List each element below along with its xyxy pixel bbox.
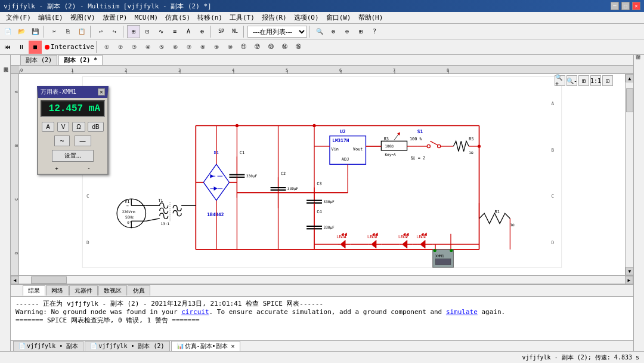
cut-button[interactable]: ✂: [48, 25, 61, 38]
undo-button[interactable]: ↩: [94, 25, 107, 38]
menu-simulate[interactable]: 仿真(S): [162, 12, 194, 23]
instrument-12[interactable]: ⑫: [251, 41, 264, 54]
svg-text:0°: 0°: [127, 220, 131, 224]
in-use-dropdown[interactable]: ---在用列表---: [247, 26, 307, 38]
svg-point-164: [434, 249, 436, 252]
mm-ac-button[interactable]: ~: [54, 136, 69, 146]
zoom-fit-tb-button[interactable]: ⊞: [354, 25, 367, 38]
hscroll-thumb[interactable]: [31, 276, 67, 284]
menu-view[interactable]: 视图(V): [67, 12, 99, 23]
zoom-in-button[interactable]: 🔍+: [555, 75, 565, 86]
horizontal-scrollbar[interactable]: ◀ ▶: [11, 275, 633, 284]
spice-button[interactable]: SP: [215, 25, 228, 38]
footer-tab-2[interactable]: 📄 vjfjfylk • 副本 (2): [85, 341, 169, 352]
menu-edit[interactable]: 编辑(E): [35, 12, 67, 23]
instrument-13[interactable]: ⑬: [265, 41, 278, 54]
bottom-tab-results[interactable]: 结果: [23, 285, 45, 296]
scroll-thumb[interactable]: [626, 88, 633, 112]
vertical-scrollbar[interactable]: ▲ ▼: [625, 74, 633, 275]
component-button[interactable]: ⊡: [141, 25, 154, 38]
instrument-7[interactable]: ⑦: [182, 41, 196, 54]
scroll-left-button[interactable]: ◀: [11, 276, 19, 284]
stop-button[interactable]: ■: [29, 41, 42, 54]
svg-text:220Vrm: 220Vrm: [122, 210, 135, 214]
zoom-fit-button[interactable]: ⊞: [578, 75, 589, 86]
instrument-2[interactable]: ②: [114, 41, 127, 54]
menu-reports[interactable]: 报告(R): [258, 12, 290, 23]
bottom-tab-dataview[interactable]: 数视区: [98, 285, 127, 296]
copy-button[interactable]: ⎘: [61, 25, 75, 38]
svg-text:1Ω: 1Ω: [510, 223, 515, 227]
scroll-down-button[interactable]: ▼: [626, 267, 633, 275]
menu-mcu[interactable]: MCU(M): [131, 13, 162, 23]
footer-icon-2: 📄: [90, 343, 97, 349]
scroll-up-button[interactable]: ▲: [626, 74, 633, 82]
mm-setup-button[interactable]: 设置...: [52, 150, 94, 162]
zoom-100-button[interactable]: 1:1: [590, 75, 601, 86]
instrument-3[interactable]: ③: [128, 41, 141, 54]
instrument-5[interactable]: ⑤: [155, 41, 168, 54]
redo-button[interactable]: ↪: [108, 25, 121, 38]
instrument-10[interactable]: ⑩: [224, 41, 237, 54]
svg-text:C4: C4: [317, 210, 321, 214]
bottom-panel: 结果 网络 元器件 数视区 仿真 ------ 正在为 vjfjfylk - 副…: [11, 284, 633, 340]
bottom-tab-simulate[interactable]: 仿真: [128, 285, 150, 296]
menu-options[interactable]: 选项(O): [290, 12, 323, 23]
simulate-link[interactable]: simulate: [446, 308, 478, 316]
mm-ohm-button[interactable]: Ω: [72, 122, 85, 132]
run-button[interactable]: ⏮: [1, 41, 14, 54]
multimeter-close-button[interactable]: ✕: [98, 88, 105, 96]
bus-button[interactable]: ≡: [168, 25, 181, 38]
menu-place[interactable]: 放置(P): [99, 12, 131, 23]
instrument-6[interactable]: ⑥: [169, 41, 182, 54]
bottom-tab-components[interactable]: 元器件: [69, 285, 98, 296]
save-button[interactable]: 💾: [29, 25, 42, 38]
paste-button[interactable]: 📋: [75, 25, 88, 38]
menu-file[interactable]: 文件(F): [2, 12, 35, 23]
circuit-canvas[interactable]: 万用表-XMM1 ✕ 12.457 mA A V Ω dB: [19, 74, 625, 275]
instrument-8[interactable]: ⑧: [196, 41, 209, 54]
junction-button[interactable]: ⊕: [196, 25, 209, 38]
zoom-extra[interactable]: ⊡: [602, 75, 613, 86]
search-button[interactable]: 🔍: [313, 25, 326, 38]
toggle-button[interactable]: ⊞: [127, 25, 140, 38]
menu-help[interactable]: 帮助(H): [355, 12, 387, 23]
instrument-9[interactable]: ⑨: [210, 41, 223, 54]
tab-schematic-2-active[interactable]: 副本 (2) *: [58, 55, 103, 65]
instrument-14[interactable]: ⑭: [278, 41, 292, 54]
open-button[interactable]: 📂: [15, 25, 28, 38]
mm-db-button[interactable]: dB: [88, 122, 103, 132]
mm-dc-button[interactable]: —: [75, 136, 91, 146]
zoom-out-tb-button[interactable]: ⊖: [340, 25, 354, 38]
footer-tab-1[interactable]: 📄 vjfjfylk • 副本: [13, 341, 83, 352]
mm-ampere-button[interactable]: A: [42, 122, 54, 132]
tab-schematic-1[interactable]: 副本 (2): [20, 55, 57, 65]
instrument-15[interactable]: ⑮: [292, 41, 305, 54]
menu-transfer[interactable]: 转移(n): [194, 12, 226, 23]
wire-button[interactable]: ∿: [154, 25, 168, 38]
menu-tools[interactable]: 工具(T): [226, 12, 258, 23]
bottom-tab-network[interactable]: 网络: [46, 285, 69, 296]
mm-volt-button[interactable]: V: [57, 122, 70, 132]
label-button[interactable]: A: [182, 25, 195, 38]
footer-tab-3[interactable]: 📊 仿真-副本•副本 ✕: [171, 341, 240, 352]
netlist-button[interactable]: NL: [228, 25, 242, 38]
step-button[interactable]: ⏸: [15, 41, 28, 54]
instrument-11[interactable]: ⑪: [237, 41, 250, 54]
app-title: vjfjfylk - 副本 (2) - Multisim [vjfjfylk -…: [4, 2, 212, 11]
maximize-button[interactable]: □: [621, 2, 630, 10]
footer-tab-3-close[interactable]: ✕: [231, 343, 235, 349]
scroll-right-button[interactable]: ▶: [625, 276, 633, 284]
svg-text:R3: R3: [384, 137, 389, 141]
help-button[interactable]: ?: [368, 25, 381, 38]
menu-window[interactable]: 窗口(W): [323, 12, 355, 23]
close-button[interactable]: ✕: [632, 2, 640, 10]
minimize-button[interactable]: ─: [611, 2, 619, 10]
instrument-1[interactable]: ①: [100, 41, 113, 54]
new-button[interactable]: 📄: [1, 25, 14, 38]
circuit-link[interactable]: circuit: [181, 308, 209, 316]
log-line-1: ------ 正在为 vjfjfylk - 副本 (2) - 2021年12月1…: [16, 299, 628, 308]
zoom-in-tb-button[interactable]: ⊕: [327, 25, 340, 38]
instrument-4[interactable]: ④: [141, 41, 154, 54]
zoom-out-button[interactable]: 🔍-: [566, 75, 577, 86]
